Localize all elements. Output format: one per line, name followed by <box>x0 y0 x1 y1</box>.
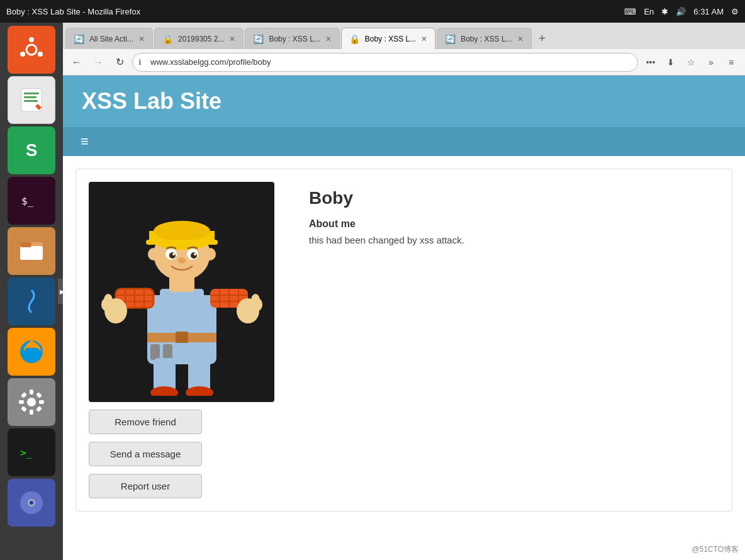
sidebar-icon-dvd[interactable] <box>8 479 55 527</box>
sidebar-icon-terminal-red[interactable]: $_ <box>8 177 55 225</box>
sidebar-icon-gedit[interactable] <box>8 76 55 124</box>
taskbar-right: ⌨ En ✱ 🔊 6:31 AM ⚙ <box>624 7 739 16</box>
svg-rect-18 <box>30 410 33 415</box>
svg-point-4 <box>38 52 43 57</box>
tab-4-label: Boby : XSS L... <box>365 35 416 43</box>
svg-point-69 <box>191 252 197 259</box>
site-nav-bar: ≡ <box>63 127 745 156</box>
toolbar-right: ••• ⬇ ☆ » ≡ <box>642 53 740 71</box>
profile-about-label: About me <box>309 218 713 230</box>
site-title: XSS Lab Site <box>82 88 726 115</box>
keyboard-icon: ⌨ <box>624 7 636 16</box>
svg-point-64 <box>154 221 210 241</box>
svg-point-51 <box>251 294 260 306</box>
tab-4[interactable]: 🔒 Boby : XSS L... ✕ <box>341 28 435 49</box>
tab-2[interactable]: 🔒 20199305 2... ✕ <box>154 28 244 49</box>
tab-1-favicon: 🔄 <box>74 34 84 44</box>
svg-rect-12 <box>20 246 43 260</box>
url-lock-icon: ℹ <box>138 58 142 67</box>
svg-point-3 <box>20 52 25 57</box>
svg-rect-24 <box>36 406 42 412</box>
tab-3-favicon: 🔄 <box>253 34 264 44</box>
svg-point-68 <box>169 252 176 259</box>
forward-button[interactable]: → <box>89 53 107 71</box>
profile-name: Boby <box>309 188 713 208</box>
settings-icon[interactable]: ⚙ <box>731 7 739 16</box>
svg-point-16 <box>27 398 36 406</box>
web-content: XSS Lab Site ≡ <box>63 76 745 560</box>
window-title: Boby : XSS Lab Site - Mozilla Firefox <box>6 7 140 16</box>
svg-rect-21 <box>21 392 27 398</box>
pocket-button[interactable]: ⬇ <box>662 53 680 71</box>
svg-point-74 <box>204 248 216 260</box>
bluetooth-icon: ✱ <box>661 7 668 16</box>
left-sidebar: S $_ <box>0 23 63 560</box>
taskbar: Boby : XSS Lab Site - Mozilla Firefox ⌨ … <box>0 0 745 23</box>
tab-2-label: 20199305 2... <box>178 35 224 43</box>
new-tab-button[interactable]: + <box>533 28 552 49</box>
tab-4-favicon: 🔒 <box>349 34 360 44</box>
svg-rect-19 <box>19 400 24 404</box>
tab-2-close[interactable]: ✕ <box>229 35 235 43</box>
url-input[interactable] <box>132 53 638 72</box>
sidebar-icon-wireshark[interactable] <box>8 277 55 325</box>
back-button[interactable]: ← <box>68 53 86 71</box>
clock: 6:31 AM <box>693 7 724 16</box>
tab-bar: 🔄 All Site Acti... ✕ 🔒 20199305 2... ✕ 🔄… <box>63 23 745 49</box>
tab-3-label: Boby : XSS L... <box>269 35 320 43</box>
sidebar-icon-terminal-black[interactable]: >_ <box>8 428 55 476</box>
menu-button[interactable]: ≡ <box>722 53 740 71</box>
url-container: ℹ <box>132 53 638 72</box>
svg-text:>_: >_ <box>20 447 33 459</box>
reload-button[interactable]: ↻ <box>111 53 128 71</box>
svg-point-73 <box>148 248 159 260</box>
tab-3[interactable]: 🔄 Boby : XSS L... ✕ <box>245 28 339 49</box>
profile-left: Remove friend Send a message Report user <box>89 182 284 498</box>
lang-indicator[interactable]: En <box>644 7 654 16</box>
hamburger-menu[interactable]: ≡ <box>76 131 94 152</box>
tab-5[interactable]: 🔄 Boby : XSS L... ✕ <box>437 28 531 49</box>
profile-container: Remove friend Send a message Report user… <box>76 169 732 512</box>
svg-rect-65 <box>146 240 218 245</box>
sidebar-icon-settings[interactable] <box>8 378 55 426</box>
svg-point-72 <box>178 257 186 264</box>
svg-rect-22 <box>36 392 42 398</box>
tab-5-close[interactable]: ✕ <box>517 35 524 43</box>
svg-rect-23 <box>21 406 27 412</box>
svg-rect-32 <box>160 289 204 327</box>
sidebar-icon-firefox[interactable] <box>8 328 55 376</box>
svg-rect-13 <box>20 242 31 247</box>
site-header: XSS Lab Site <box>63 76 745 127</box>
bookmark-button[interactable]: ☆ <box>682 53 700 71</box>
svg-text:$_: $_ <box>21 195 34 207</box>
svg-point-71 <box>194 253 196 255</box>
overflow-button[interactable]: » <box>702 53 720 71</box>
address-bar: ← → ↻ ℹ ••• ⬇ ☆ » ≡ <box>63 49 745 76</box>
sidebar-icon-files[interactable] <box>8 227 55 275</box>
tab-5-favicon: 🔄 <box>445 34 456 44</box>
send-message-button[interactable]: Send a message <box>89 442 202 466</box>
remove-friend-button[interactable]: Remove friend <box>89 410 202 434</box>
svg-point-70 <box>172 253 175 255</box>
svg-rect-8 <box>24 100 38 102</box>
profile-image <box>89 182 274 402</box>
browser-area: 🔄 All Site Acti... ✕ 🔒 20199305 2... ✕ 🔄… <box>63 23 745 560</box>
tab-1-label: All Site Acti... <box>89 35 133 43</box>
svg-point-2 <box>29 37 34 42</box>
profile-about-text: this had been changed by xss attack. <box>309 235 713 245</box>
tab-4-close[interactable]: ✕ <box>421 35 427 43</box>
report-user-button[interactable]: Report user <box>89 474 202 498</box>
watermark: @51CTO博客 <box>692 544 739 555</box>
svg-rect-17 <box>30 389 33 395</box>
more-button[interactable]: ••• <box>642 53 659 71</box>
sidebar-icon-ubuntu[interactable] <box>8 26 55 74</box>
sidebar-icon-libreoffice[interactable]: S <box>8 126 55 174</box>
svg-rect-53 <box>176 332 188 343</box>
tab-1-close[interactable]: ✕ <box>138 35 145 43</box>
svg-rect-7 <box>24 96 36 98</box>
svg-point-29 <box>30 501 33 505</box>
svg-rect-54 <box>150 344 160 360</box>
svg-point-49 <box>104 294 113 306</box>
tab-3-close[interactable]: ✕ <box>325 35 332 43</box>
tab-1[interactable]: 🔄 All Site Acti... ✕ <box>65 28 153 49</box>
